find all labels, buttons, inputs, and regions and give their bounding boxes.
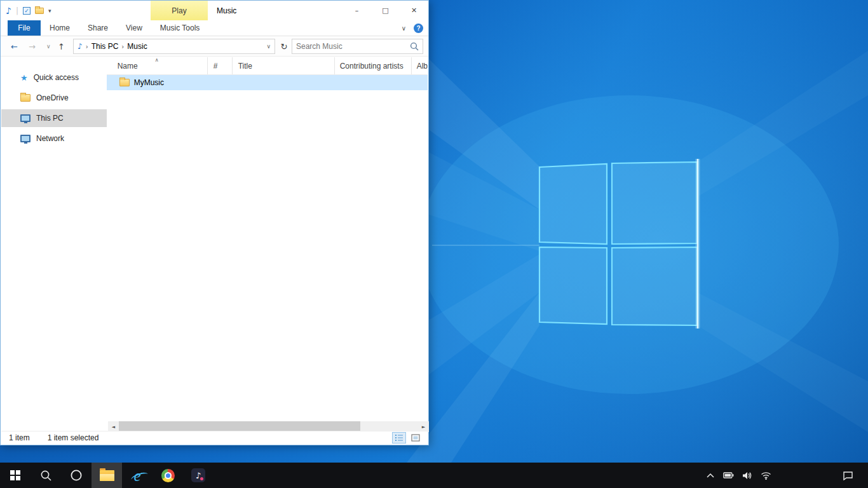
back-button[interactable]: ← [11, 36, 18, 57]
tab-music-tools[interactable]: Music Tools [151, 20, 208, 36]
file-explorer-icon [100, 470, 114, 481]
taskbar-file-explorer-button[interactable] [92, 463, 122, 488]
cortana-icon [70, 469, 83, 482]
search-box [292, 39, 423, 54]
action-center-button[interactable] [834, 463, 862, 488]
column-header-album[interactable]: Alb [412, 57, 428, 74]
breadcrumb-chevron-icon[interactable]: › [86, 43, 88, 50]
minimize-button[interactable]: – [342, 1, 371, 20]
maximize-button[interactable]: □ [371, 1, 400, 20]
taskbar-chrome-button[interactable] [153, 463, 183, 488]
sidebar-item-network[interactable]: Network [1, 130, 107, 147]
expand-ribbon-chevron-icon[interactable]: ∨ [402, 25, 406, 32]
tab-view[interactable]: View [117, 20, 151, 36]
taskbar-search-button[interactable] [31, 463, 61, 488]
music-location-icon: ♪ [78, 42, 83, 51]
address-dropdown-chevron-icon[interactable]: ∨ [266, 43, 271, 50]
network-icon [20, 135, 31, 142]
taskbar-internet-explorer-button[interactable]: e [122, 463, 153, 488]
view-toggles [392, 432, 423, 444]
tab-home[interactable]: Home [41, 20, 79, 36]
chrome-icon [161, 469, 175, 482]
folder-icon [119, 79, 130, 86]
search-icon [40, 470, 52, 482]
music-folder-icon: ♪ [6, 6, 11, 16]
tab-share[interactable]: Share [79, 20, 117, 36]
details-view-icon [395, 434, 403, 442]
breadcrumb-music[interactable]: Music [127, 42, 147, 51]
hidden-icons-chevron-icon[interactable] [706, 473, 715, 478]
sidebar-item-label: Network [36, 134, 64, 143]
quick-access-star-icon: ★ [20, 73, 28, 83]
refresh-button[interactable]: ↻ [278, 39, 290, 54]
ribbon-tab-row: File Home Share View Music Tools ∨ ? [1, 20, 428, 36]
onedrive-icon [20, 94, 31, 102]
navigation-bar: ← → ∨ ↑ ♪ › This PC › Music ∨ ↻ [1, 36, 428, 57]
address-bar[interactable]: ♪ › This PC › Music ∨ [73, 39, 275, 54]
navigation-pane: ★ Quick access OneDrive This PC Network [1, 57, 107, 420]
action-center-icon [843, 471, 853, 480]
column-header-number[interactable]: # [208, 57, 233, 74]
toolbar-separator: | [16, 6, 18, 15]
customize-toolbar-chevron-icon[interactable]: ▾ [48, 8, 51, 14]
music-player-icon: ♪ [191, 468, 205, 482]
item-count: 1 item [9, 433, 30, 442]
new-folder-icon[interactable] [35, 8, 44, 14]
start-button[interactable] [0, 463, 31, 488]
window-controls: – □ ✕ [342, 1, 428, 20]
column-headers: ∧ Name # Title Contributing artists Alb [107, 57, 428, 75]
sidebar-item-onedrive[interactable]: OneDrive [1, 89, 107, 107]
search-input[interactable] [292, 42, 410, 51]
close-button[interactable]: ✕ [400, 1, 428, 20]
title-bar[interactable]: ♪ | ✓ ▾ Play Music – □ ✕ [1, 1, 428, 20]
system-tray [706, 463, 771, 488]
recent-locations-chevron-icon[interactable]: ∨ [46, 36, 51, 57]
main-area: ★ Quick access OneDrive This PC Network … [1, 57, 428, 420]
internet-explorer-icon: e [133, 468, 140, 484]
up-button[interactable]: ↑ [58, 36, 65, 57]
file-row-mymusic[interactable]: MyMusic [107, 75, 428, 90]
properties-icon[interactable]: ✓ [23, 7, 31, 15]
file-name: MyMusic [134, 78, 164, 87]
file-list: ∧ Name # Title Contributing artists Alb … [107, 57, 428, 420]
battery-icon[interactable] [723, 472, 734, 478]
sidebar-item-label: OneDrive [36, 93, 69, 102]
this-pc-icon [20, 114, 31, 122]
sidebar-item-label: This PC [36, 114, 64, 123]
cortana-button[interactable] [61, 463, 92, 488]
windows-logo-icon [10, 470, 20, 480]
column-header-title[interactable]: Title [233, 57, 335, 74]
breadcrumb-chevron-icon[interactable]: › [121, 43, 124, 50]
tab-file[interactable]: File [8, 20, 41, 36]
sidebar-item-this-pc[interactable]: This PC [1, 109, 107, 127]
taskbar: e ♪ [0, 463, 868, 488]
details-view-button[interactable] [392, 432, 406, 444]
column-header-contributing-artists[interactable]: Contributing artists [335, 57, 412, 74]
breadcrumb-this-pc[interactable]: This PC [92, 42, 119, 51]
tab-play[interactable]: Play [151, 1, 208, 20]
sidebar-item-quick-access[interactable]: ★ Quick access [1, 69, 107, 86]
window-title: Music [217, 1, 236, 20]
status-bar: 1 item 1 item selected [1, 431, 428, 444]
taskbar-music-player-button[interactable]: ♪ [183, 463, 214, 488]
quick-access-toolbar: ♪ | ✓ ▾ [6, 1, 51, 20]
volume-icon[interactable] [742, 471, 752, 480]
large-icons-view-button[interactable] [409, 432, 423, 444]
network-wifi-icon[interactable] [761, 471, 771, 480]
selection-count: 1 item selected [48, 433, 99, 442]
sidebar-item-label: Quick access [34, 73, 79, 82]
file-explorer-window: ♪ | ✓ ▾ Play Music – □ ✕ File Home Share… [0, 0, 429, 445]
sort-ascending-icon: ∧ [155, 57, 159, 63]
search-icon[interactable] [410, 42, 419, 51]
large-icons-view-icon [411, 434, 420, 442]
forward-button[interactable]: → [29, 36, 36, 57]
help-icon[interactable]: ? [414, 24, 423, 33]
